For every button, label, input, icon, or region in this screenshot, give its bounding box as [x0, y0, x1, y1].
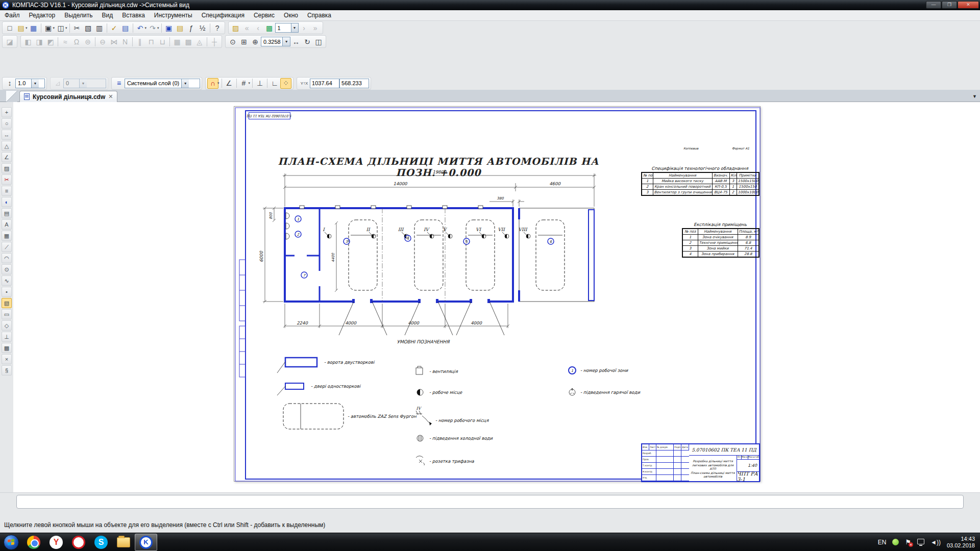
page-number-combo[interactable]: 1▼ [275, 23, 299, 33]
x-coordinate-field[interactable] [310, 79, 339, 88]
taskbar-kompas-3d[interactable]: K [135, 534, 157, 551]
variables-icon[interactable]: ▤ [175, 22, 186, 33]
snap-magnet-icon[interactable]: ∩ [207, 78, 218, 89]
print-preview-icon[interactable]: ◫ [55, 22, 66, 33]
local-csys-icon[interactable]: ⊥ [254, 78, 265, 89]
context-help-icon[interactable]: ? [212, 22, 223, 33]
menu-view[interactable]: Вид [97, 11, 118, 20]
table-tool-icon[interactable]: ▦ [2, 231, 12, 241]
document-tab[interactable]: Курсовий дільниця.cdw ✕ [19, 91, 117, 102]
macro-tool-icon[interactable]: § [2, 365, 12, 375]
paste-icon[interactable]: ▥ [94, 22, 105, 33]
dimension-tool-icon[interactable]: ↔ [2, 130, 12, 140]
redo-icon[interactable]: ↷ [147, 22, 158, 33]
menu-select[interactable]: Выделить [60, 11, 97, 20]
rect-tool-icon[interactable]: ▭ [2, 309, 12, 319]
page-layout-icon[interactable]: ▩ [264, 22, 275, 33]
step-icon[interactable]: ↕ [4, 78, 15, 89]
copy-icon[interactable]: ▧ [83, 22, 94, 33]
tab-close-icon[interactable]: ✕ [108, 93, 113, 100]
taskbar-yandex-browser[interactable]: Y [45, 533, 67, 551]
designation-tool-icon[interactable]: △ [2, 141, 12, 151]
pan-icon[interactable]: ↔ [290, 36, 302, 47]
svg-text:4600: 4600 [549, 181, 561, 186]
layer-combo[interactable]: Системный слой (0) ▼ [125, 79, 200, 88]
units-icon[interactable]: ½ [197, 22, 208, 33]
close-button[interactable]: ✕ [958, 1, 979, 9]
geometry-tool-icon[interactable]: ○ [2, 118, 12, 129]
taskbar-opera[interactable] [67, 533, 90, 551]
taskbar-file-explorer[interactable] [112, 533, 135, 551]
save-icon[interactable]: ▦ [28, 22, 39, 33]
menu-insert[interactable]: Вставка [117, 11, 150, 20]
page-number-combo-dropdown-icon[interactable]: ▼ [291, 23, 298, 32]
spreadsheet-icon[interactable]: ▤ [120, 22, 131, 33]
angle-snap-icon[interactable]: ∠ [224, 78, 235, 89]
arc-tool-icon[interactable]: ◠ [2, 253, 12, 263]
layer-dropdown-icon[interactable]: ▼ [181, 79, 189, 88]
round-snap-icon[interactable]: ⁘ [280, 78, 291, 89]
editing-tool-icon[interactable]: ✂ [2, 174, 12, 185]
print-icon[interactable]: ▣ [43, 22, 54, 33]
zoom-in-icon[interactable]: ⊕ [250, 36, 261, 47]
tab-list-dropdown-icon[interactable]: ▼ [972, 94, 977, 99]
selection-tool-icon[interactable]: + [2, 107, 12, 117]
trim-tool-icon[interactable]: × [2, 354, 12, 364]
mirror-tool-icon[interactable]: ⊥ [2, 332, 12, 342]
maximize-button[interactable]: ❐ [942, 1, 957, 9]
grid-icon[interactable]: # [238, 78, 250, 89]
zoom-scale-combo-dropdown-icon[interactable]: ▼ [282, 37, 290, 46]
page-settings-icon[interactable]: ▨ [230, 22, 241, 33]
undo-icon[interactable]: ↶ [135, 22, 146, 33]
minimize-button[interactable]: — [926, 1, 941, 9]
new-window-icon[interactable]: ▣ [163, 22, 175, 33]
clock[interactable]: 14:43 03.02.2018 [947, 536, 975, 549]
menu-specification[interactable]: Спецификация [197, 11, 249, 20]
text-tool-icon[interactable]: A [2, 219, 12, 230]
zoom-selected-icon[interactable]: ⊙ [227, 36, 238, 47]
action-center-icon[interactable]: ⚑ [905, 538, 911, 546]
angle-tool-icon[interactable]: ∠ [2, 152, 12, 162]
start-button[interactable] [0, 533, 22, 551]
menu-service[interactable]: Сервис [249, 11, 279, 20]
hatch-tool-icon[interactable]: ▨ [2, 163, 12, 173]
new-document-icon[interactable]: □ [4, 22, 15, 33]
cut-icon[interactable]: ✂ [71, 22, 83, 33]
line-tool-icon[interactable]: ⟋ [2, 242, 12, 252]
parametrize-tool-icon[interactable]: ≡ [2, 186, 12, 196]
menu-editor[interactable]: Редактор [24, 11, 60, 20]
step-dropdown-icon[interactable]: ▼ [31, 79, 39, 88]
step-combo[interactable]: 1.0 ▼ [15, 79, 45, 88]
fit-page-icon[interactable]: ◫ [313, 36, 324, 47]
measure-tool-icon[interactable]: ◐ [2, 197, 12, 207]
menu-tools[interactable]: Инструменты [150, 11, 197, 20]
taskbar-chrome[interactable] [22, 533, 45, 551]
language-indicator[interactable]: EN [878, 539, 887, 546]
circle-tool-icon[interactable]: ⊙ [2, 264, 12, 274]
spec-tool-icon[interactable]: ▤ [2, 208, 12, 218]
fx-icon[interactable]: ƒ [186, 22, 197, 33]
refresh-view-icon[interactable]: ↻ [302, 36, 313, 47]
copy-properties-icon[interactable]: ✓ [109, 22, 120, 33]
open-document-icon[interactable]: ▤ [15, 22, 27, 33]
layers-icon[interactable]: ≡ [113, 78, 125, 89]
polygon-tool-icon[interactable]: ◇ [2, 320, 12, 331]
array-tool-icon[interactable]: ▩ [2, 343, 12, 353]
zoom-scale-combo[interactable]: 0.3258▼ [261, 37, 290, 46]
antivirus-tray-icon[interactable] [892, 539, 899, 545]
message-line[interactable] [16, 495, 964, 509]
ortho-icon[interactable]: ∟ [269, 78, 280, 89]
network-icon[interactable] [917, 539, 924, 544]
volume-icon[interactable]: ◄)) [930, 539, 941, 546]
spline-tool-icon[interactable]: ∿ [2, 276, 12, 286]
opera-icon [72, 536, 85, 549]
menu-file[interactable]: Файл [0, 11, 24, 20]
drawing-sheet[interactable]: 19800 14000 4600 380 6000 800 4400 2240 … [234, 106, 761, 482]
menu-help[interactable]: Справка [303, 11, 336, 20]
zoom-area-icon[interactable]: ⊞ [238, 36, 250, 47]
menu-window[interactable]: Окно [279, 11, 303, 20]
point-tool-icon[interactable]: • [2, 287, 12, 297]
color-tool-icon[interactable]: ▧ [2, 298, 12, 308]
y-coordinate-field[interactable] [339, 79, 369, 88]
taskbar-skype[interactable]: S [90, 533, 112, 551]
